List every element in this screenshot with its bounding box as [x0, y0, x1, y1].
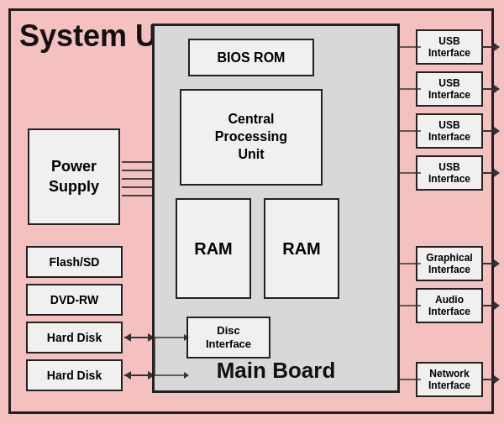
usb-interface-2: USBInterface: [416, 71, 483, 107]
main-board: BIOS ROM CentralProcessingUnit RAM RAM D…: [152, 24, 400, 393]
usb-interface-1: USBInterface: [416, 29, 483, 65]
storage-harddisk2: Hard Disk: [26, 359, 123, 391]
storage-dvdrw: DVD-RW: [26, 284, 123, 316]
harddisk2-arrow: [124, 366, 155, 385]
audio-interface: AudioInterface: [416, 288, 483, 323]
ram2: RAM: [264, 198, 339, 299]
bios-rom: BIOS ROM: [188, 39, 314, 76]
graphical-arrow: [481, 259, 500, 268]
system-unit-box: System Unit Power Supply Flash/SD DVD-RW…: [8, 8, 494, 414]
ps-line-1: [122, 161, 152, 163]
network-arrow: [481, 375, 500, 384]
ram1: RAM: [176, 198, 251, 299]
harddisk1-arrow: [124, 328, 155, 347]
main-board-label: Main Board: [155, 358, 397, 384]
svg-marker-2: [124, 333, 131, 342]
storage-harddisk1: Hard Disk: [26, 322, 123, 353]
ps-line-5: [122, 195, 152, 196]
svg-marker-5: [124, 371, 131, 380]
ps-line-3: [122, 178, 152, 180]
storage-flashsd: Flash/SD: [26, 246, 123, 278]
audio-arrow: [481, 301, 500, 310]
usb3-arrow: [481, 127, 500, 135]
ps-line-2: [122, 170, 152, 171]
usb2-arrow: [481, 85, 500, 93]
power-supply-connections: [122, 158, 152, 200]
disc-interface: DiscInterface: [186, 317, 270, 359]
cpu: CentralProcessingUnit: [180, 89, 323, 186]
usb-interface-3: USBInterface: [416, 113, 483, 149]
network-interface: NetworkInterface: [416, 362, 483, 397]
usb4-arrow: [481, 169, 500, 177]
ps-line-4: [122, 186, 152, 188]
usb-interface-4: USBInterface: [416, 155, 483, 191]
power-supply: Power Supply: [28, 128, 120, 225]
usb1-arrow: [481, 43, 500, 51]
graphical-interface: GraphicalInterface: [416, 246, 483, 281]
